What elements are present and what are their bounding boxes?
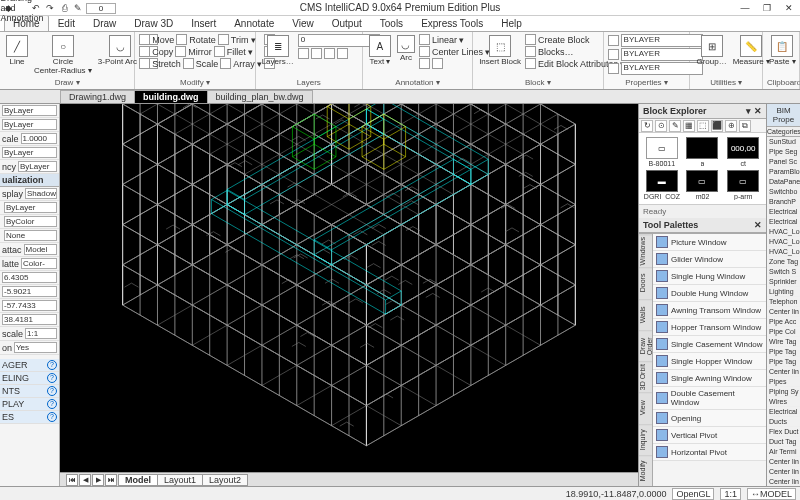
block-1[interactable]: a — [684, 137, 722, 167]
prop-bylayer1[interactable]: ByLayer — [2, 105, 57, 116]
prop-scale[interactable]: 1.0000 — [21, 133, 57, 144]
bim-item-14[interactable]: Sprinkler — [767, 277, 800, 287]
tp-item-0[interactable]: Picture Window — [653, 234, 766, 251]
bim-item-25[interactable]: Piping Sy — [767, 387, 800, 397]
num-row-0[interactable]: 6.4305 — [2, 272, 57, 283]
be-tool-5[interactable]: ⬛ — [711, 120, 723, 132]
mirror-icon[interactable] — [175, 46, 186, 57]
prop-on[interactable]: Yes — [14, 342, 57, 353]
tp-item-6[interactable]: Single Casement Window — [653, 336, 766, 353]
bim-item-19[interactable]: Pipe Col — [767, 327, 800, 337]
fillet-icon[interactable] — [214, 46, 225, 57]
tab-edit[interactable]: Edit — [49, 15, 84, 31]
left-btn-4[interactable]: ES — [2, 412, 14, 422]
be-tool-1[interactable]: ⊙ — [655, 120, 667, 132]
tp-item-3[interactable]: Double Hung Window — [653, 285, 766, 302]
prop-bylayer2[interactable]: ByLayer — [2, 119, 57, 130]
tp-item-1[interactable]: Glider Window — [653, 251, 766, 268]
tab-annotate[interactable]: Annotate — [225, 15, 283, 31]
bim-item-23[interactable]: Center lin — [767, 367, 800, 377]
block-4[interactable]: ▭m02 — [684, 170, 722, 200]
bim-item-30[interactable]: Duct Tag — [767, 437, 800, 447]
maximize-button[interactable]: ❐ — [756, 0, 778, 16]
qat-input[interactable]: 0 — [86, 3, 116, 14]
tab-view[interactable]: View — [283, 15, 323, 31]
bim-item-13[interactable]: Switch S — [767, 267, 800, 277]
tp-tab-5[interactable]: View — [639, 392, 652, 423]
bim-item-0[interactable]: SunStud — [767, 137, 800, 147]
status-model[interactable]: ↔MODEL — [747, 488, 796, 500]
num-row-1[interactable]: -5.9021 — [2, 286, 57, 297]
tab-draw[interactable]: Draw — [84, 15, 125, 31]
tab-output[interactable]: Output — [323, 15, 371, 31]
bim-item-1[interactable]: Pipe Seg — [767, 147, 800, 157]
bim-item-21[interactable]: Pipe Tag — [767, 347, 800, 357]
prop-scale2[interactable]: 1:1 — [25, 328, 57, 339]
close-button[interactable]: ✕ — [778, 0, 800, 16]
ann-icon3[interactable] — [419, 58, 430, 69]
layer-icon3[interactable] — [324, 48, 335, 59]
block-0[interactable]: ▭B-80011 — [643, 137, 681, 167]
lweight-icon[interactable] — [608, 49, 619, 60]
doc-tab-3[interactable]: building_plan_bw.dwg — [207, 90, 313, 103]
copy-icon[interactable] — [139, 46, 150, 57]
bim-item-20[interactable]: Wire Tag — [767, 337, 800, 347]
vis-row-3[interactable]: None — [4, 230, 57, 241]
bim-item-17[interactable]: Center lin — [767, 307, 800, 317]
bim-item-33[interactable]: Center lin — [767, 467, 800, 477]
tp-item-9[interactable]: Double Casement Window — [653, 387, 766, 410]
linear-icon[interactable] — [419, 34, 430, 45]
layout-nav-last[interactable]: ⏭ — [105, 474, 117, 486]
left-btn-3[interactable]: PLAY — [2, 399, 24, 409]
tool-palettes-close-icon[interactable]: ✕ — [754, 220, 762, 230]
be-tool-3[interactable]: ▦ — [683, 120, 695, 132]
tp-item-7[interactable]: Single Hopper Window — [653, 353, 766, 370]
bim-item-18[interactable]: Pipe Acc — [767, 317, 800, 327]
tp-item-2[interactable]: Single Hung Window — [653, 268, 766, 285]
be-tool-0[interactable]: ↻ — [641, 120, 653, 132]
bim-item-16[interactable]: Telephon — [767, 297, 800, 307]
bim-tab-categories[interactable]: Categories — [767, 127, 800, 136]
ann-icon4[interactable] — [432, 58, 443, 69]
bim-item-6[interactable]: BranchP — [767, 197, 800, 207]
tp-tab-6[interactable]: Inquiry — [639, 424, 652, 455]
vis-row-2[interactable]: ByColor — [4, 216, 57, 227]
bim-item-12[interactable]: Zone Tag — [767, 257, 800, 267]
bim-item-27[interactable]: Electrical — [767, 407, 800, 417]
layers-button[interactable]: ≣Layers… — [260, 34, 296, 67]
layout-1[interactable]: Layout1 — [157, 474, 203, 486]
tp-item-8[interactable]: Single Awning Window — [653, 370, 766, 387]
tp-tab-4[interactable]: 3D Orbit — [639, 361, 652, 392]
insert-block-button[interactable]: ⬚Insert Block — [477, 34, 523, 67]
prop-bylayer3[interactable]: ByLayer — [2, 147, 57, 158]
bim-item-7[interactable]: Electrical — [767, 207, 800, 217]
bim-item-8[interactable]: Electrical — [767, 217, 800, 227]
doc-tab-2[interactable]: building.dwg — [134, 90, 208, 103]
vis-row-5[interactable]: Color-dependen — [21, 258, 57, 269]
block-explorer-close-icon[interactable]: ▾ ✕ — [746, 106, 762, 116]
left-btn-0[interactable]: AGER — [2, 360, 28, 370]
bim-item-5[interactable]: Switchbo — [767, 187, 800, 197]
vis-row-4[interactable]: Model — [24, 244, 57, 255]
paste-button[interactable]: 📋Paste ▾ — [767, 34, 798, 67]
array-icon[interactable] — [220, 58, 231, 69]
left-btn-2[interactable]: NTS — [2, 386, 20, 396]
layer-icon1[interactable] — [298, 48, 309, 59]
color-icon[interactable] — [608, 35, 619, 46]
tp-tab-7[interactable]: Modify — [639, 455, 652, 486]
qat-print-icon[interactable]: ⎙ — [58, 2, 70, 14]
bim-item-31[interactable]: Air Termi — [767, 447, 800, 457]
tab-draw3d[interactable]: Draw 3D — [125, 15, 182, 31]
qat-redo-icon[interactable]: ↷ — [44, 2, 56, 14]
bim-item-15[interactable]: Lighting — [767, 287, 800, 297]
bim-item-32[interactable]: Center lin — [767, 457, 800, 467]
tp-tab-2[interactable]: Walls — [639, 299, 652, 330]
text-button[interactable]: AText ▾ — [367, 34, 393, 67]
line-button[interactable]: ╱Line — [4, 34, 30, 67]
bim-item-4[interactable]: DataPane — [767, 177, 800, 187]
tp-item-10[interactable]: Opening — [653, 410, 766, 427]
drawing-canvas[interactable]: ⏮ ◀ ▶ ⏭ Model Layout1 Layout2 — [60, 104, 638, 486]
tab-help[interactable]: Help — [492, 15, 531, 31]
bim-item-2[interactable]: Panel Sc — [767, 157, 800, 167]
qat-undo-icon[interactable]: ↶ — [30, 2, 42, 14]
